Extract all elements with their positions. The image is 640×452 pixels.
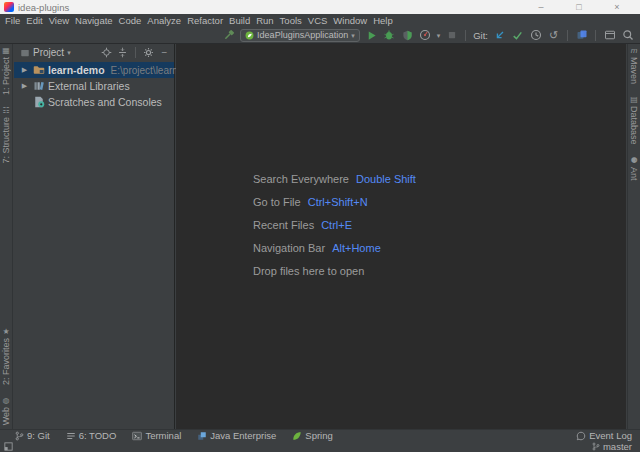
hide-tool-windows-icon[interactable]	[3, 442, 13, 452]
profiler-button[interactable]	[419, 29, 432, 42]
project-tool-window: Project ▾ − ▶	[14, 44, 175, 429]
tool-button-terminal[interactable]: Terminal	[132, 430, 181, 441]
shortcut-navigation-bar: Navigation Bar Alt+Home	[253, 236, 416, 259]
run-group-chevron-icon[interactable]: ▾	[437, 32, 441, 39]
ant-icon: ⚈	[630, 157, 637, 165]
right-tool-stripe: m Maven ▤ Database ⚈ Ant	[627, 44, 640, 429]
project-panel-header: Project ▾ −	[14, 44, 174, 61]
title-bar: idea-plugins – □ ×	[0, 0, 640, 14]
terminal-icon	[132, 431, 142, 441]
libraries-icon	[32, 80, 45, 93]
project-folder-icon	[32, 64, 45, 77]
favorites-star-icon: ★	[2, 328, 9, 336]
branch-name: master	[603, 441, 632, 452]
web-globe-icon: ◍	[3, 397, 10, 405]
menu-navigate[interactable]: Navigate	[72, 14, 116, 27]
event-log-balloon-icon	[576, 431, 586, 441]
toolbar-separator	[567, 30, 568, 41]
tool-button-web[interactable]: ◍ Web	[1, 397, 11, 425]
left-tool-stripe: ▦ 1: Project ☷ 7: Structure ★ 2: Favorit…	[0, 44, 13, 429]
menu-file[interactable]: File	[2, 14, 23, 27]
main-area: ▦ 1: Project ☷ 7: Structure ★ 2: Favorit…	[0, 44, 640, 429]
close-button[interactable]: ×	[598, 0, 636, 14]
editor-area[interactable]: Search Everywhere Double Shift Go to Fil…	[176, 44, 626, 429]
tool-button-spring[interactable]: Spring	[292, 430, 332, 441]
git-branch-icon	[591, 442, 601, 452]
chevron-right-icon[interactable]: ▶	[20, 82, 29, 90]
menu-analyze[interactable]: Analyze	[144, 14, 184, 27]
project-pane-selector[interactable]: Project	[33, 47, 64, 58]
hide-panel-button[interactable]: −	[159, 47, 170, 58]
shortcut-search-everywhere: Search Everywhere Double Shift	[253, 167, 416, 190]
tree-row-learn-demo[interactable]: ▶ learn-demo E:\project\learn-demo	[14, 62, 174, 78]
locate-file-button[interactable]	[101, 47, 112, 58]
tool-button-favorites[interactable]: ★ 2: Favorites	[1, 328, 11, 385]
stop-button[interactable]	[445, 29, 458, 42]
git-branch-icon	[14, 431, 24, 441]
tool-button-java-enterprise[interactable]: Java Enterprise	[197, 430, 276, 441]
event-log-button[interactable]: Event Log	[576, 430, 632, 441]
menu-build[interactable]: Build	[226, 14, 253, 27]
toolbar-separator	[465, 30, 466, 41]
spring-boot-icon	[245, 31, 254, 40]
gear-icon[interactable]	[143, 47, 154, 58]
menu-code[interactable]: Code	[116, 14, 145, 27]
spring-leaf-icon	[292, 431, 302, 441]
menu-view[interactable]: View	[46, 14, 72, 27]
git-branch-widget[interactable]: master	[591, 441, 632, 452]
status-bar: master	[0, 441, 640, 452]
menu-edit[interactable]: Edit	[23, 14, 45, 27]
maximize-button[interactable]: □	[560, 0, 598, 14]
tool-button-git[interactable]: 9: Git	[14, 430, 50, 441]
menu-tools[interactable]: Tools	[277, 14, 305, 27]
menu-window[interactable]: Window	[330, 14, 370, 27]
tool-button-maven[interactable]: m Maven	[629, 47, 639, 84]
search-everywhere-button[interactable]	[621, 29, 634, 42]
todo-list-icon	[66, 431, 76, 441]
scratches-icon	[32, 96, 45, 109]
menu-bar: File Edit View Navigate Code Analyze Ref…	[0, 14, 640, 27]
chevron-down-icon: ▾	[351, 32, 355, 39]
intellij-logo-icon	[4, 2, 14, 12]
build-hammer-icon[interactable]	[222, 29, 235, 42]
maven-icon: m	[631, 47, 638, 55]
history-button[interactable]	[529, 29, 542, 42]
commit-button[interactable]	[511, 29, 524, 42]
bottom-tool-bar: 9: Git 6: TODO Terminal Java Enterprise …	[0, 429, 640, 441]
chevron-right-icon[interactable]: ▶	[20, 66, 29, 74]
window-title: idea-plugins	[18, 2, 69, 13]
run-with-coverage-button[interactable]	[401, 29, 414, 42]
menu-run[interactable]: Run	[253, 14, 276, 27]
settings-window-button[interactable]	[603, 29, 616, 42]
menu-refactor[interactable]: Refactor	[184, 14, 226, 27]
shortcut-recent-files: Recent Files Ctrl+E	[253, 213, 416, 236]
shortcut-go-to-file: Go to File Ctrl+Shift+N	[253, 190, 416, 213]
run-button[interactable]	[365, 29, 378, 42]
chevron-down-icon[interactable]: ▾	[67, 49, 71, 56]
main-toolbar: IdeaPluginsApplication ▾ ▾ Git: ↺	[0, 27, 640, 44]
collapse-all-button[interactable]	[117, 47, 128, 58]
ide-window: idea-plugins – □ × File Edit View Naviga…	[0, 0, 640, 452]
menu-vcs[interactable]: VCS	[305, 14, 331, 27]
project-tool-icon: ▦	[2, 47, 10, 55]
rollback-button[interactable]: ↺	[547, 29, 560, 42]
tool-button-database[interactable]: ▤ Database	[629, 96, 639, 145]
tool-button-todo[interactable]: 6: TODO	[66, 430, 117, 441]
project-structure-button[interactable]	[575, 29, 588, 42]
tree-row-scratches[interactable]: Scratches and Consoles	[14, 94, 174, 110]
project-tree: ▶ learn-demo E:\project\learn-demo ▶ Ext…	[14, 62, 174, 110]
tool-button-structure[interactable]: ☷ 7: Structure	[1, 107, 11, 164]
debug-button[interactable]	[383, 29, 396, 42]
welcome-shortcuts: Search Everywhere Double Shift Go to Fil…	[253, 167, 416, 282]
drop-files-hint: Drop files here to open	[253, 259, 416, 282]
run-configuration-select[interactable]: IdeaPluginsApplication ▾	[240, 29, 360, 42]
tool-button-ant[interactable]: ⚈ Ant	[629, 157, 639, 181]
toolbar-separator	[595, 30, 596, 41]
tool-button-project[interactable]: ▦ 1: Project	[1, 47, 11, 95]
run-configuration-name: IdeaPluginsApplication	[257, 30, 348, 40]
structure-tool-icon: ☷	[2, 107, 9, 115]
tree-row-external-libraries[interactable]: ▶ External Libraries	[14, 78, 174, 94]
update-project-button[interactable]	[493, 29, 506, 42]
menu-help[interactable]: Help	[370, 14, 396, 27]
minimize-button[interactable]: –	[522, 0, 560, 14]
